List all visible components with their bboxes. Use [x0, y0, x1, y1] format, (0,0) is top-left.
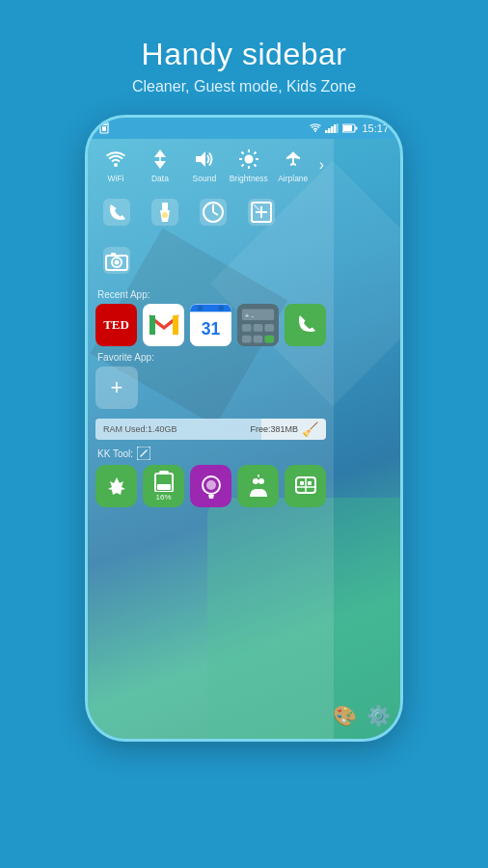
- svg-text:S M T W T F S: S M T W T F S: [198, 313, 231, 320]
- svg-rect-45: [173, 315, 178, 335]
- edit-icon[interactable]: [137, 447, 150, 460]
- svg-point-29: [162, 212, 168, 218]
- svg-rect-1: [102, 126, 106, 131]
- wifi-status-icon: [310, 123, 321, 133]
- svg-point-11: [114, 163, 118, 167]
- theme-icon[interactable]: 🎨: [333, 704, 357, 727]
- svg-rect-42: [111, 253, 116, 257]
- battery-status-icon: [342, 123, 358, 133]
- svg-rect-44: [149, 315, 155, 335]
- calculator-icon: + -: [237, 304, 279, 346]
- data-toggle-icon: [148, 147, 173, 172]
- svg-point-16: [244, 155, 253, 164]
- svg-rect-55: [254, 324, 263, 332]
- svg-rect-7: [337, 123, 339, 133]
- signal-icon: [325, 123, 339, 133]
- svg-line-22: [254, 164, 256, 166]
- bottom-tools-row: 16%: [88, 463, 334, 509]
- svg-line-23: [254, 152, 256, 154]
- battery-icon: [154, 471, 174, 492]
- svg-rect-5: [331, 126, 334, 133]
- cleaner-icon: [104, 474, 129, 499]
- sound-label: Sound: [193, 174, 217, 183]
- app-flashlight-icon[interactable]: [144, 191, 186, 233]
- tool-mirror[interactable]: [190, 465, 231, 507]
- recent-apps-row: TED: [88, 302, 334, 348]
- toggle-expand-arrow[interactable]: ›: [315, 152, 328, 177]
- wifi-toggle-icon: [103, 147, 128, 172]
- app-title: Handy sidebar: [132, 37, 356, 72]
- ram-used-text: RAM Used:1.40GB: [103, 424, 177, 434]
- svg-point-41: [115, 260, 120, 265]
- toggle-brightness[interactable]: Brightness: [227, 147, 271, 183]
- svg-rect-58: [254, 336, 263, 343]
- app-phone-icon[interactable]: [95, 191, 138, 233]
- svg-rect-47: [190, 305, 231, 312]
- recent-app-ted[interactable]: TED: [95, 304, 137, 346]
- clock-display: 15:17: [362, 122, 389, 134]
- svg-line-21: [241, 152, 243, 154]
- svg-rect-71: [300, 481, 304, 485]
- svg-marker-14: [154, 161, 166, 169]
- toggle-sound[interactable]: Sound: [182, 147, 227, 183]
- svg-marker-15: [196, 151, 205, 167]
- ram-free-text: Free:381MB: [250, 424, 298, 434]
- tool-battery[interactable]: 16%: [143, 465, 184, 507]
- kk-tool-label: KK Tool:: [97, 448, 133, 459]
- status-right: 15:17: [310, 122, 389, 134]
- tool-kids[interactable]: [237, 465, 279, 507]
- app-icons-row1: [88, 187, 334, 285]
- phone-app-icon: [293, 312, 318, 338]
- svg-rect-25: [103, 199, 130, 226]
- sim-icon: [99, 122, 109, 134]
- wifi-label: WiFi: [107, 174, 123, 183]
- phone-frame: 15:17: [85, 115, 403, 742]
- svg-text:31: 31: [202, 319, 221, 339]
- svg-rect-27: [162, 203, 168, 210]
- svg-rect-4: [328, 128, 331, 133]
- status-bar: 15:17: [88, 118, 400, 139]
- sidebar-panel: WiFi Data: [88, 139, 334, 739]
- bottom-settings: 🎨 ⚙️: [333, 704, 391, 727]
- ted-label: TED: [103, 317, 129, 333]
- settings-gear-icon[interactable]: ⚙️: [366, 704, 391, 727]
- svg-line-24: [241, 164, 243, 166]
- recent-app-phone[interactable]: [285, 304, 326, 346]
- kids-icon: [246, 474, 271, 499]
- app-clock-icon[interactable]: [192, 191, 234, 233]
- battery-percent: 16%: [155, 493, 171, 502]
- header: Handy sidebar Cleaner, Guest mode, Kids …: [132, 0, 356, 115]
- toggle-airplane[interactable]: Airplane: [271, 147, 315, 183]
- app-subtitle: Cleaner, Guest mode, Kids Zone: [132, 78, 356, 95]
- airplane-label: Airplane: [278, 174, 308, 183]
- data-label: Data: [151, 174, 169, 183]
- calendar-icon: 31 S M T W T F S: [190, 304, 231, 346]
- svg-rect-59: [264, 336, 274, 343]
- recent-app-label: Recent App:: [88, 285, 334, 302]
- svg-point-66: [206, 480, 216, 490]
- svg-rect-57: [242, 336, 252, 343]
- add-favorite-button[interactable]: +: [95, 366, 138, 409]
- status-left: [99, 122, 109, 134]
- app-edit-icon[interactable]: [240, 191, 283, 233]
- brightness-toggle-icon: [236, 147, 261, 172]
- svg-point-68: [258, 478, 264, 484]
- toggle-wifi[interactable]: WiFi: [94, 147, 138, 183]
- sound-toggle-icon: [192, 147, 217, 172]
- recent-app-gmail[interactable]: [143, 304, 184, 346]
- recent-app-calendar[interactable]: 31 S M T W T F S: [190, 304, 231, 346]
- svg-rect-3: [325, 130, 328, 133]
- app-camera-icon[interactable]: [95, 239, 138, 282]
- svg-rect-9: [356, 127, 358, 130]
- recent-app-calculator[interactable]: + -: [237, 304, 279, 346]
- svg-point-48: [198, 305, 203, 311]
- toggle-data[interactable]: Data: [138, 147, 182, 183]
- clean-ram-icon[interactable]: 🧹: [302, 421, 318, 437]
- quick-toggles-row: WiFi Data: [88, 139, 334, 187]
- airplane-toggle-icon: [281, 147, 306, 172]
- svg-rect-56: [264, 324, 274, 332]
- mirror-icon: [199, 474, 224, 499]
- tool-cleaner[interactable]: [95, 465, 137, 507]
- favorite-apps-row: +: [88, 365, 334, 411]
- tool-guest[interactable]: [285, 465, 326, 507]
